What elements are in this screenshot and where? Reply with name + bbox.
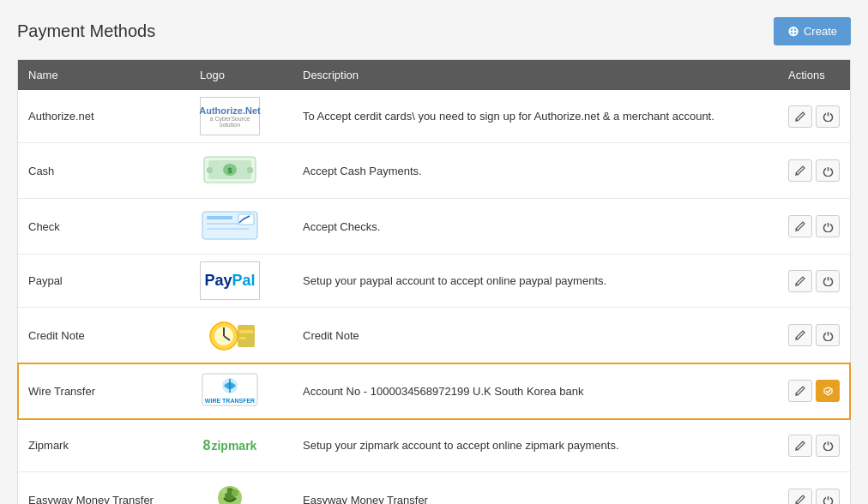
payment-name-wire-transfer: Wire Transfer	[18, 363, 190, 419]
table-row: Cash $ Accept Cash Payments.	[18, 143, 850, 199]
table-row: Paypal PayPal Setup your paypal account …	[18, 255, 850, 308]
payment-actions-paypal	[778, 255, 850, 308]
payment-methods-table: Name Logo Description Actions Authorize.…	[18, 60, 850, 504]
page-title: Payment Methods	[17, 21, 155, 41]
table-row: Zipmark 8zipmark Setup your zipmark acco…	[18, 419, 850, 472]
col-header-description: Description	[292, 60, 778, 90]
edit-button-paypal[interactable]	[788, 270, 812, 292]
payment-description-check: Accept Checks.	[292, 199, 778, 255]
payment-logo-cash: $	[190, 143, 292, 199]
svg-rect-19	[239, 337, 246, 339]
payment-name-authorize-net: Authorize.net	[18, 90, 190, 143]
svg-point-27	[232, 489, 238, 496]
table-row: Easyway Money Transfer Easyway Money Tra…	[18, 472, 850, 505]
payment-logo-wire-transfer: WIRE TRANSFER	[190, 363, 292, 419]
plus-icon: ⊕	[787, 23, 799, 39]
svg-rect-17	[238, 325, 255, 347]
payment-logo-easyway	[190, 472, 292, 505]
payment-actions-cash	[778, 143, 850, 199]
payment-actions-wire-transfer	[778, 363, 850, 419]
svg-rect-4	[207, 167, 213, 173]
svg-rect-18	[239, 330, 253, 333]
edit-button-cash[interactable]	[788, 159, 812, 182]
payment-description-zipmark: Setup your zipmark account to accept onl…	[292, 419, 778, 472]
payment-description-paypal: Setup your paypal account to accept onli…	[292, 255, 778, 308]
col-header-actions: Actions	[778, 60, 850, 90]
payment-name-paypal: Paypal	[18, 255, 190, 308]
payment-name-zipmark: Zipmark	[18, 419, 190, 472]
payment-actions-zipmark	[778, 419, 850, 472]
power-button-easyway[interactable]	[816, 489, 840, 504]
edit-button-check[interactable]	[788, 215, 812, 237]
page-wrapper: Payment Methods ⊕ Create Name Logo Descr…	[0, 0, 868, 504]
edit-button-easyway[interactable]	[788, 489, 812, 504]
create-button[interactable]: ⊕ Create	[774, 17, 851, 45]
col-header-logo: Logo	[190, 60, 292, 90]
payment-name-check: Check	[18, 199, 190, 255]
table-container: Name Logo Description Actions Authorize.…	[17, 59, 851, 504]
svg-rect-10	[238, 214, 254, 225]
payment-description-credit-note: Credit Note	[292, 308, 778, 363]
payment-name-credit-note: Credit Note	[18, 308, 190, 363]
active-button-wire-transfer[interactable]	[816, 380, 840, 402]
payment-logo-credit-note	[190, 308, 292, 363]
svg-rect-5	[247, 167, 253, 173]
table-row: Wire Transfer WIRE TRANSFER Account No -…	[18, 363, 850, 419]
payment-actions-authorize-net	[778, 90, 850, 143]
edit-button-wire-transfer[interactable]	[788, 380, 812, 402]
payment-actions-check	[778, 199, 850, 255]
create-button-label: Create	[804, 25, 837, 38]
payment-logo-authorize-net: Authorize.Net a CyberSource solution	[190, 90, 292, 143]
payment-name-cash: Cash	[18, 143, 190, 199]
svg-point-26	[222, 489, 227, 494]
table-row: Check Accept Checks.	[18, 199, 850, 255]
power-button-zipmark[interactable]	[816, 435, 840, 457]
svg-rect-9	[207, 228, 250, 230]
power-button-credit-note[interactable]	[816, 324, 840, 346]
edit-button-credit-note[interactable]	[788, 324, 812, 346]
payment-logo-zipmark: 8zipmark	[190, 419, 292, 472]
payment-description-wire-transfer: Account No - 1000034568972199 U.K South …	[292, 363, 778, 419]
payment-actions-credit-note	[778, 308, 850, 363]
svg-rect-7	[207, 216, 232, 219]
power-button-paypal[interactable]	[816, 270, 840, 292]
edit-button-zipmark[interactable]	[788, 435, 812, 457]
table-row: Credit Note Credit Note	[18, 308, 850, 363]
page-header: Payment Methods ⊕ Create	[17, 17, 851, 45]
svg-text:WIRE TRANSFER: WIRE TRANSFER	[205, 398, 255, 404]
edit-button-authorize-net[interactable]	[788, 105, 812, 128]
col-header-name: Name	[18, 60, 190, 90]
table-header-row: Name Logo Description Actions	[18, 60, 850, 90]
power-button-authorize-net[interactable]	[816, 105, 840, 128]
payment-logo-check	[190, 199, 292, 255]
payment-description-authorize-net: To Accept cerdit cards\ you need to sign…	[292, 90, 778, 143]
power-button-check[interactable]	[816, 215, 840, 237]
payment-actions-easyway	[778, 472, 850, 505]
power-button-cash[interactable]	[816, 159, 840, 182]
table-row: Authorize.net Authorize.Net a CyberSourc…	[18, 90, 850, 143]
payment-name-easyway: Easyway Money Transfer	[18, 472, 190, 505]
svg-text:$: $	[227, 166, 232, 175]
payment-logo-paypal: PayPal	[190, 255, 292, 308]
payment-description-easyway: Easyway Money Transfer	[292, 472, 778, 505]
payment-description-cash: Accept Cash Payments.	[292, 143, 778, 199]
